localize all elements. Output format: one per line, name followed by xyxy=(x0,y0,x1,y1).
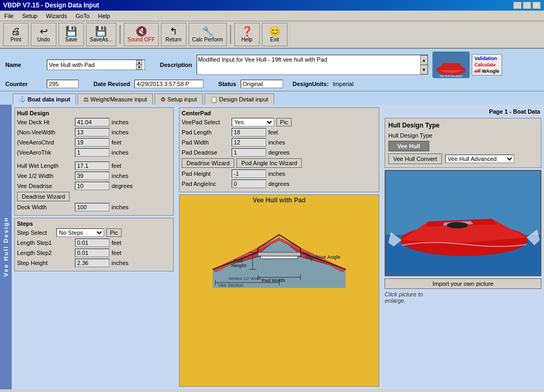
pad-width-label: Pad Width xyxy=(182,139,230,146)
save-button[interactable]: 💾 Save xyxy=(58,23,84,46)
length-step2-input[interactable] xyxy=(75,249,109,257)
exit-label: Exit xyxy=(270,37,279,42)
undo-label: Undo xyxy=(37,37,50,42)
return-button[interactable]: ↰ Return xyxy=(161,23,186,46)
vee-hull-convert-button[interactable]: Vee Hull Convert xyxy=(388,154,442,164)
name-scroll-up[interactable]: ▲ xyxy=(136,60,142,65)
non-vee-width-input[interactable] xyxy=(75,128,109,137)
boat-photo[interactable] xyxy=(385,170,541,276)
close-btn[interactable]: ✕ xyxy=(532,2,541,9)
title-bar: VBDP V7.15 - Design Data Input _ □ ✕ xyxy=(0,0,544,11)
vee-aero-thk-label: (VeeAeroThk xyxy=(17,149,73,156)
pad-length-input[interactable] xyxy=(232,128,266,137)
print-icon: 🖨 xyxy=(11,27,21,36)
vee-deck-ht-input[interactable] xyxy=(75,118,109,126)
deadrise-wizard-button[interactable]: Deadrise Wizard xyxy=(17,192,70,201)
step-select-dropdown[interactable]: No Steps 1 Step 2 Steps xyxy=(56,228,104,237)
hull-design-section: Hull Design Vee Deck Ht inches (Non-VeeW… xyxy=(14,107,174,216)
import-picture-button[interactable]: Import your own picture xyxy=(385,278,541,289)
pad-angleinc-unit: degrees xyxy=(268,181,290,187)
date-input[interactable] xyxy=(134,80,203,88)
help-button[interactable]: ❓ Help xyxy=(234,23,260,46)
print-button[interactable]: 🖨 Print xyxy=(3,23,29,46)
counter-label: Counter xyxy=(5,81,42,87)
exit-button[interactable]: 😊 Exit xyxy=(262,23,287,46)
vee-aero-chrd-label: (VeeAeroChrd xyxy=(17,139,73,146)
pad-deadrise-input[interactable] xyxy=(232,148,266,157)
vee-deck-ht-label: Vee Deck Ht xyxy=(17,119,73,125)
step-select-row: Step Select No Steps 1 Step 2 Steps Pic xyxy=(17,228,171,237)
name-scroll-down[interactable]: ▼ xyxy=(136,65,142,70)
step-height-unit: inches xyxy=(112,260,129,266)
deck-width-unit: inches xyxy=(112,204,129,210)
main-content: Vee Hull Design Hull Design Vee Deck Ht … xyxy=(0,105,544,389)
wet-length-input[interactable] xyxy=(75,161,109,170)
pad-height-unit: inches xyxy=(268,171,285,177)
name-input[interactable] xyxy=(47,61,135,69)
deck-width-input[interactable] xyxy=(75,203,109,211)
wet-length-row: Hull Wet Length feet xyxy=(17,161,171,170)
counter-input[interactable] xyxy=(47,80,79,88)
description-label: Description xyxy=(160,62,192,68)
non-vee-width-label: (Non-VeeWdth xyxy=(17,129,73,135)
step-select-label: Step Select xyxy=(17,229,54,236)
tab-weight-measure[interactable]: ⚖ Weight/Measure input xyxy=(78,93,153,105)
pad-height-input[interactable] xyxy=(232,169,266,178)
vee-aero-chrd-row: (VeeAeroChrd feet xyxy=(17,138,171,147)
svg-text:Deadrise Angle: Deadrise Angle xyxy=(306,254,341,260)
centerpad-section: CenterPad VeePad Select Yes No Pic Pad L… xyxy=(179,107,379,192)
menu-goto[interactable]: GoTo xyxy=(73,12,91,20)
undo-button[interactable]: ↩ Undo xyxy=(31,23,56,46)
svg-text:Pad Width: Pad Width xyxy=(262,278,285,283)
tab-design-detail[interactable]: 📋 Design Detail input xyxy=(205,93,274,105)
calc-perform-button[interactable]: 🔧 Calc Perform xyxy=(189,23,227,46)
vee-aero-thk-input[interactable] xyxy=(75,148,109,157)
design-units-label: DesignUnits: xyxy=(293,81,329,87)
tab-boat-data[interactable]: ⚓ Boat data input xyxy=(13,93,76,105)
menu-bar: File Setup Wizards GoTo Help xyxy=(0,11,544,21)
description-input[interactable]: Modified Input for Vee Hull - 19ft vee h… xyxy=(197,55,420,74)
vee-hull-simulation-image[interactable]: Vee Hull Simulation xyxy=(432,52,470,78)
menu-help[interactable]: Help xyxy=(96,12,113,20)
tab-setup[interactable]: ⚙ Setup input xyxy=(155,93,203,105)
desc-scroll-down[interactable]: ▼ xyxy=(420,65,428,74)
calc-icon: 🔧 xyxy=(202,27,214,36)
veepad-select-dropdown[interactable]: Yes No xyxy=(232,118,274,126)
toolbar: 🖨 Print ↩ Undo 💾 Save 💾 SaveAs... 🔇 Soun… xyxy=(0,21,544,49)
deadrise-input[interactable] xyxy=(75,182,109,190)
boat-data-label: Boat data input xyxy=(28,96,70,103)
non-vee-width-unit: inches xyxy=(112,129,129,135)
menu-setup[interactable]: Setup xyxy=(20,12,40,20)
steps-pic-button[interactable]: Pic xyxy=(106,228,122,237)
sound-off-button[interactable]: 🔇 Sound OFF xyxy=(124,23,159,46)
svg-marker-7 xyxy=(261,256,298,259)
toolbar-separator-2 xyxy=(230,25,231,44)
status-input[interactable] xyxy=(241,80,283,88)
half-width-input[interactable] xyxy=(75,172,109,180)
pod-angle-wizard-button[interactable]: Pod Angle Inc Wizard xyxy=(236,158,302,168)
length-step2-unit: feet xyxy=(112,250,121,256)
pad-deadrise-wizard-button[interactable]: Deadrise Wizard xyxy=(182,158,234,168)
veepad-pic-button[interactable]: Pic xyxy=(276,118,292,126)
saveas-button[interactable]: 💾 SaveAs... xyxy=(86,23,116,46)
vee-hull-advanced-select[interactable]: Vee Hull Advanced Vee Hull xyxy=(445,155,514,163)
pad-length-row: Pad Length feet xyxy=(182,128,377,137)
length-step1-input[interactable] xyxy=(75,238,109,247)
desc-scroll-up[interactable]: ▲ xyxy=(420,55,428,65)
vee-aero-thk-row: (VeeAeroThk inches xyxy=(17,148,171,157)
vee-aero-chrd-input[interactable] xyxy=(75,138,109,147)
window-title: VBDP V7.15 - Design Data Input xyxy=(3,2,99,9)
vee-hull-button[interactable]: Vee Hull xyxy=(388,141,429,151)
hull-design-type-title: Hull Design Type xyxy=(388,122,538,129)
half-width-row: Vee 1/2 Width inches xyxy=(17,172,171,180)
boat-photo-svg xyxy=(386,171,541,276)
menu-file[interactable]: File xyxy=(2,12,16,20)
hull-design-title: Hull Design xyxy=(17,110,171,116)
design-units-value: Imperial xyxy=(333,81,354,87)
pad-width-input[interactable] xyxy=(232,138,266,147)
step-height-input[interactable] xyxy=(75,259,109,267)
minimize-btn[interactable]: _ xyxy=(513,2,522,9)
menu-wizards[interactable]: Wizards xyxy=(44,12,69,20)
pad-angleinc-input[interactable] xyxy=(232,180,266,188)
maximize-btn[interactable]: □ xyxy=(523,2,531,9)
